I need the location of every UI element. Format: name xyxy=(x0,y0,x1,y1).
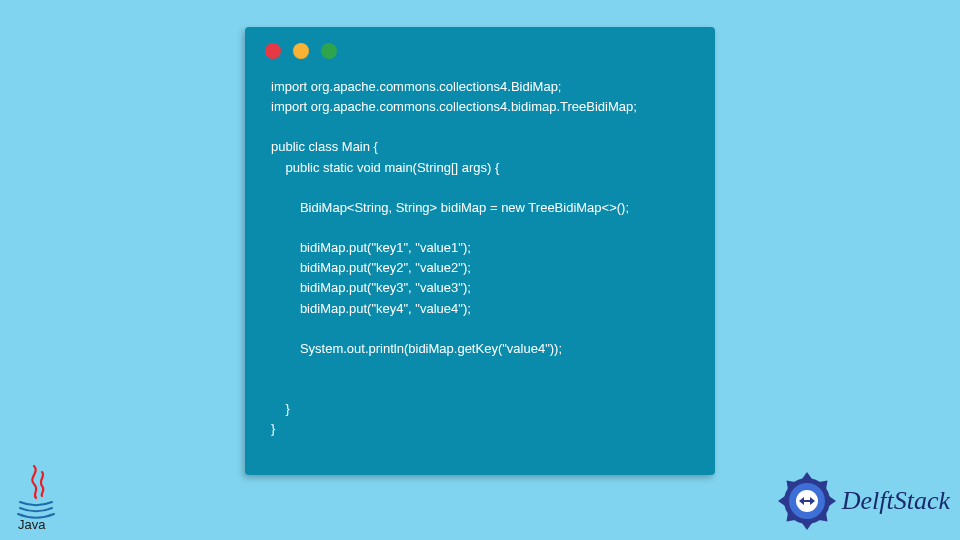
minimize-icon[interactable] xyxy=(293,43,309,59)
java-logo-icon: Java xyxy=(12,462,60,532)
java-logo-label: Java xyxy=(18,517,46,532)
brand-logo: DelftStack xyxy=(778,472,950,530)
brand-name: DelftStack xyxy=(842,486,950,516)
code-window: import org.apache.commons.collections4.B… xyxy=(245,27,715,475)
window-controls xyxy=(245,27,715,59)
code-block: import org.apache.commons.collections4.B… xyxy=(245,59,715,440)
maximize-icon[interactable] xyxy=(321,43,337,59)
close-icon[interactable] xyxy=(265,43,281,59)
brand-gear-icon xyxy=(778,472,836,530)
